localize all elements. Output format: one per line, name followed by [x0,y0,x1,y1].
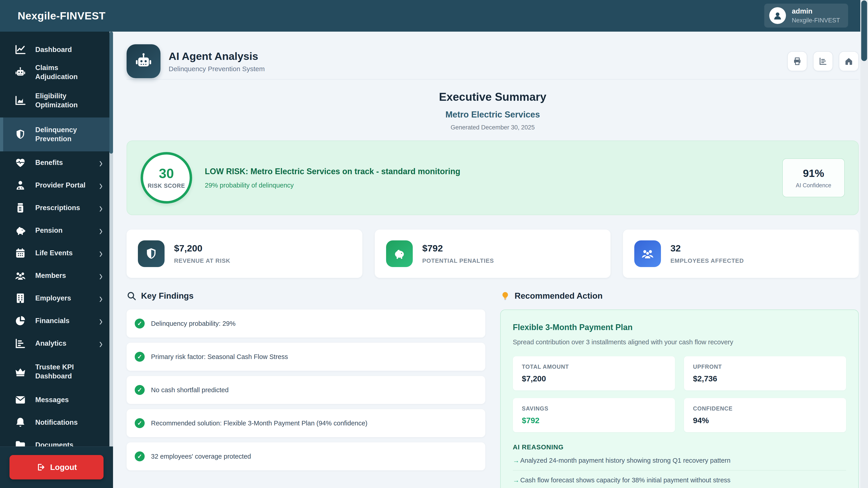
finding-text: Primary risk factor: Seasonal Cash Flow … [151,353,288,361]
report-button[interactable] [813,51,833,71]
risk-score-circle: 30 RISK SCORE [141,152,192,203]
risk-score-label: RISK SCORE [148,183,185,189]
ai-reasoning-list: → Analyzed 24-month payment history show… [513,451,846,488]
stat-card-revenue: $7,200 REVENUE AT RISK [127,230,362,278]
user-icon [772,10,783,21]
stat-cards: $7,200 REVENUE AT RISK $792 POTENTIAL PE… [127,230,859,278]
crown-icon [14,365,27,378]
sidebar-item-claims-adjudication[interactable]: Claims Adjudication [0,61,110,84]
page-title: AI Agent Analysis [168,50,265,62]
sidebar-item-pension[interactable]: Pension › [0,219,110,242]
home-button[interactable] [839,51,859,71]
building-icon [14,292,27,304]
executive-summary: Executive Summary Metro Electric Service… [127,90,859,131]
sidebar-scrollbar[interactable] [110,32,113,447]
check-circle-icon: ✓ [135,319,145,328]
shield-icon [138,240,164,267]
metric-value: $7,200 [522,374,666,383]
sidebar-item-provider-portal[interactable]: Provider Portal › [0,174,110,197]
stat-label: REVENUE AT RISK [174,257,230,264]
summary-heading: Executive Summary [127,90,859,103]
recommended-action-heading: Recommended Action [515,291,602,301]
check-circle-icon: ✓ [135,451,145,461]
chevron-right-icon: › [99,247,103,260]
sidebar-item-label: Members [35,271,91,280]
user-doctor-icon [14,179,27,191]
user-menu[interactable]: admin Nexgile-FINVEST [764,4,848,28]
stat-card-employees: 32 EMPLOYEES AFFECTED [623,230,859,278]
search-icon [127,291,136,301]
robot-icon [14,66,27,78]
sidebar-item-documents[interactable]: Documents [0,434,110,447]
metric-value: 94% [693,416,837,425]
page-header: AI Agent Analysis Delinquency Prevention… [127,44,859,78]
arrow-right-icon: → [513,477,520,484]
page-scrollbar[interactable] [860,0,868,488]
metric-confidence: CONFIDENCE 94% [684,398,846,432]
sidebar-item-notifications[interactable]: Notifications [0,411,110,434]
plan-metrics: TOTAL AMOUNT $7,200 UPFRONT $2,736 SAVIN… [513,356,846,432]
sidebar-scrollbar-thumb[interactable] [110,32,113,154]
shield-icon [14,128,27,140]
summary-generated: Generated December 30, 2025 [127,124,859,131]
finding-text: Recommended solution: Flexible 3-Month P… [151,420,368,427]
page-subtitle: Delinquency Prevention System [168,65,265,73]
robot-icon [134,52,153,71]
stat-value: 32 [671,243,744,254]
risk-headline: LOW RISK: Metro Electric Services on tra… [205,167,460,176]
reasoning-text: Cash flow forecast shows capacity for 38… [520,477,731,484]
sidebar-item-label: Life Events [35,249,91,258]
ai-confidence-label: AI Confidence [785,182,842,189]
chevron-right-icon: › [99,156,103,169]
reasoning-item: → Analyzed 24-month payment history show… [513,451,846,470]
chart-area-icon [14,94,27,107]
sidebar-item-delinquency-prevention[interactable]: Delinquency Prevention [0,118,110,151]
stat-value: $792 [422,243,494,254]
piggy-bank-icon [14,224,27,236]
sidebar-item-label: Claims Adjudication [35,63,98,82]
finding-item: ✓ Primary risk factor: Seasonal Cash Flo… [127,343,485,371]
sidebar-item-financials[interactable]: Financials › [0,310,110,332]
sidebar-item-members[interactable]: Members › [0,264,110,287]
risk-probability: 29% probability of delinquency [205,182,460,189]
finding-text: 32 employees' coverage protected [151,453,251,460]
sidebar-item-benefits[interactable]: Benefits › [0,151,110,174]
sidebar-item-analytics[interactable]: Analytics › [0,332,110,355]
metric-value: $2,736 [693,374,837,383]
logout-label: Logout [50,463,77,472]
sidebar-item-trustee-kpi-dashboard[interactable]: Trustee KPI Dashboard [0,355,110,389]
sidebar-item-label: Financials [35,316,91,325]
finding-item: ✓ Delinquency probability: 29% [127,310,485,337]
finding-item: ✓ No cash shortfall predicted [127,376,485,404]
sidebar-item-label: Dashboard [35,45,98,54]
sidebar-item-eligibility-optimization[interactable]: Eligibility Optimization [0,84,110,118]
envelope-icon [14,394,27,406]
check-circle-icon: ✓ [135,418,145,428]
folder-icon [14,439,27,447]
page-scrollbar-thumb[interactable] [861,0,867,61]
logout-section: Logout [0,447,113,488]
sidebar-nav: Dashboard Claims Adjudication Eligibilit… [0,32,110,447]
sidebar-item-prescriptions[interactable]: Prescriptions › [0,197,110,219]
stat-label: POTENTIAL PENALTIES [422,257,494,264]
logout-icon [36,463,45,472]
sidebar-item-life-events[interactable]: Life Events › [0,242,110,264]
sidebar-item-dashboard[interactable]: Dashboard [0,38,110,61]
chevron-right-icon: › [99,179,103,192]
reasoning-text: Analyzed 24-month payment history showin… [520,457,731,464]
sidebar-item-label: Notifications [35,418,98,427]
metric-label: CONFIDENCE [693,405,837,412]
sidebar-item-messages[interactable]: Messages [0,389,110,411]
reasoning-item: → Cash flow forecast shows capacity for … [513,470,846,488]
finding-text: No cash shortfall predicted [151,386,228,394]
sidebar-item-label: Provider Portal [35,181,91,190]
piggy-bank-icon [386,240,413,267]
logout-button[interactable]: Logout [9,455,103,480]
users-icon [14,269,27,282]
metric-label: TOTAL AMOUNT [522,363,666,370]
sidebar-item-employers[interactable]: Employers › [0,287,110,310]
robot-badge [127,44,160,78]
print-button[interactable] [787,51,807,71]
chart-pie-icon [14,315,27,327]
header-divider [127,79,859,79]
